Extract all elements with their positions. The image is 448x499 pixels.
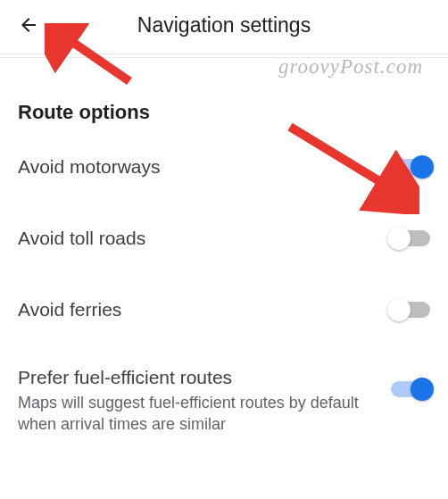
toggle-avoid-motorways[interactable] xyxy=(391,159,430,175)
row-label: Avoid motorways xyxy=(18,156,373,178)
app-header: Navigation settings xyxy=(0,0,448,50)
row-avoid-motorways[interactable]: Avoid motorways xyxy=(18,131,430,203)
back-arrow-icon xyxy=(18,14,39,36)
row-sublabel: Maps will suggest fuel-efficient routes … xyxy=(18,392,373,436)
toggle-knob xyxy=(411,378,434,401)
toggle-avoid-toll-roads[interactable] xyxy=(391,230,430,246)
toggle-knob xyxy=(387,298,411,321)
watermark-text: groovyPost.com xyxy=(278,55,423,79)
toggle-knob xyxy=(411,155,434,179)
back-button[interactable] xyxy=(11,7,46,43)
row-avoid-toll-roads[interactable]: Avoid toll roads xyxy=(18,203,430,274)
toggle-prefer-fuel-efficient[interactable] xyxy=(391,381,430,397)
page-title: Navigation settings xyxy=(137,13,311,37)
section-title-route-options: Route options xyxy=(18,101,430,124)
toggle-avoid-ferries[interactable] xyxy=(391,302,430,318)
toggle-knob xyxy=(387,227,411,250)
row-avoid-ferries[interactable]: Avoid ferries xyxy=(18,274,430,345)
row-label: Avoid toll roads xyxy=(18,228,373,249)
divider xyxy=(0,54,448,54)
row-label: Prefer fuel-efficient routes xyxy=(18,367,373,388)
row-label: Avoid ferries xyxy=(18,299,373,320)
settings-content: Route options Avoid motorways Avoid toll… xyxy=(0,101,448,453)
row-prefer-fuel-efficient[interactable]: Prefer fuel-efficient routes Maps will s… xyxy=(18,345,430,453)
